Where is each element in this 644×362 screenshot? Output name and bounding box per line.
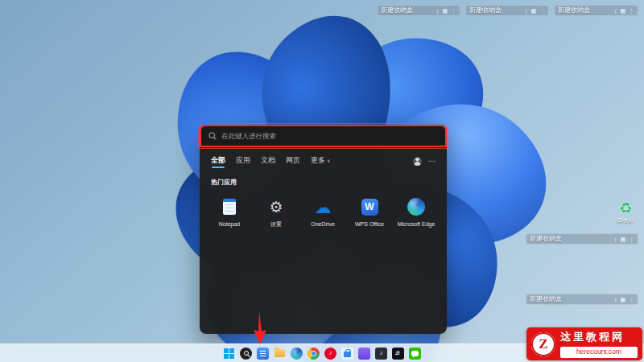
- onedrive-cloud-icon: ☁: [315, 199, 332, 216]
- desktop: 新建收纳盒 ↕ ▦ ⋮ 新建收纳盒 ↕ ▦ ⋮ 新建收纳盒 ↕ ▦ ⋮ 新建收纳…: [0, 0, 644, 362]
- recycle-bin-label: 回收站: [617, 216, 634, 224]
- document-icon: [260, 351, 266, 356]
- watermark-site-url: herecours.com: [560, 347, 638, 357]
- sort-icon[interactable]: ↕: [614, 237, 617, 242]
- grid-icon[interactable]: ▦: [530, 8, 536, 14]
- app-tile-notepad[interactable]: Notepad: [206, 191, 253, 232]
- wps-office-icon: W: [361, 199, 378, 216]
- sort-icon[interactable]: ↕: [614, 297, 617, 302]
- more-icon[interactable]: ⋮: [451, 8, 456, 14]
- section-title-top-apps: 热门应用: [200, 168, 447, 188]
- taskbar-chrome-button[interactable]: [308, 348, 320, 360]
- storage-box-title: 新建收纳盒: [558, 7, 590, 14]
- search-icon: [244, 351, 249, 356]
- gear-icon: ⚙: [269, 200, 283, 215]
- tab-web[interactable]: 网页: [286, 157, 300, 168]
- storage-box-title: 新建收纳盒: [381, 7, 413, 14]
- more-icon[interactable]: ⋮: [539, 8, 545, 14]
- app-tile-settings[interactable]: ⚙ 设置: [253, 191, 299, 232]
- tab-documents[interactable]: 文档: [261, 157, 275, 168]
- watermark-badge: Z 这里教程网 herecours.com: [526, 327, 642, 360]
- grid-icon[interactable]: ▦: [620, 237, 625, 242]
- taskbar-file-explorer-button[interactable]: [274, 348, 286, 360]
- top-apps-row: Notepad ⚙ 设置 ☁ OneDrive W WPS Office Mic…: [200, 188, 447, 232]
- taskbar-purple-app-button[interactable]: [358, 348, 370, 360]
- app-label: Notepad: [219, 221, 240, 228]
- notepad-icon: [223, 199, 236, 215]
- edge-icon: [407, 198, 425, 216]
- taskbar-tiktok-button[interactable]: ♬: [392, 348, 404, 360]
- more-icon[interactable]: ⋮: [629, 8, 634, 14]
- watermark-site-name: 这里教程网: [560, 330, 638, 344]
- storage-box-title: 新建收纳盒: [530, 236, 562, 242]
- storage-box-top-3[interactable]: 新建收纳盒 ↕ ▦ ⋮: [554, 5, 638, 16]
- storage-box-top-2[interactable]: 新建收纳盒 ↕ ▦ ⋮: [465, 5, 549, 16]
- music-note-icon: ♪: [380, 350, 383, 356]
- watermark-logo: Z: [531, 332, 555, 356]
- more-icon[interactable]: ⋮: [629, 297, 634, 302]
- more-icon[interactable]: ⋮: [629, 237, 634, 242]
- app-tile-microsoft-edge[interactable]: Microsoft Edge: [393, 191, 440, 232]
- taskbar-docs-app-button[interactable]: [257, 348, 269, 360]
- tab-all[interactable]: 全部: [211, 157, 225, 168]
- taskbar-netease-music-button[interactable]: ♪: [324, 348, 336, 360]
- grid-icon[interactable]: ▦: [620, 8, 625, 14]
- shopping-bag-icon: [344, 352, 351, 357]
- app-label: WPS Office: [355, 221, 384, 228]
- search-icon: [208, 132, 217, 140]
- ellipsis-icon[interactable]: ⋯: [428, 158, 436, 165]
- grid-icon[interactable]: ▦: [442, 8, 448, 14]
- storage-box-right-2[interactable]: 新建收纳盒 ↕ ▦ ⋮: [526, 294, 638, 305]
- search-tabs: 全部 应用 文档 网页 更多∨ ⋯: [200, 156, 447, 168]
- start-button[interactable]: [223, 348, 235, 360]
- sort-icon[interactable]: ↕: [436, 8, 440, 14]
- grid-icon[interactable]: ▦: [620, 297, 625, 302]
- tab-apps[interactable]: 应用: [236, 157, 250, 168]
- storage-box-top-1[interactable]: 新建收纳盒 ↕ ▦ ⋮: [377, 5, 460, 16]
- recycle-bin[interactable]: ♻ 回收站: [608, 201, 643, 224]
- user-avatar[interactable]: [413, 157, 422, 166]
- folder-icon: [275, 349, 285, 357]
- windows-logo-icon: [224, 348, 234, 359]
- storage-box-title: 新建收纳盒: [469, 7, 502, 14]
- app-label: Microsoft Edge: [398, 221, 436, 228]
- chevron-down-icon: ∨: [327, 158, 330, 163]
- sort-icon[interactable]: ↕: [614, 8, 617, 14]
- chat-bubble-icon: [411, 351, 419, 356]
- storage-box-right-1[interactable]: 新建收纳盒 ↕ ▦ ⋮: [526, 233, 638, 245]
- taskbar-music-player-button[interactable]: ♪: [375, 348, 387, 360]
- taskbar-search-button[interactable]: [240, 348, 252, 360]
- taskbar-microsoft-store-button[interactable]: [341, 348, 353, 360]
- app-label: 设置: [270, 221, 282, 228]
- search-input[interactable]: [221, 132, 438, 140]
- tab-more-label: 更多: [311, 156, 325, 164]
- app-tile-wps-office[interactable]: W WPS Office: [346, 191, 393, 232]
- app-label: OneDrive: [311, 221, 335, 228]
- taskbar-edge-button[interactable]: [291, 348, 303, 360]
- annotation-arrow-icon: [253, 311, 267, 344]
- recycle-bin-icon: ♻: [619, 201, 632, 216]
- app-tile-onedrive[interactable]: ☁ OneDrive: [299, 191, 346, 232]
- music-note-icon: ♪: [329, 350, 332, 356]
- sort-icon[interactable]: ↕: [525, 8, 528, 14]
- storage-box-title: 新建收纳盒: [530, 296, 562, 302]
- tiktok-note-icon: ♬: [395, 350, 402, 356]
- search-bar[interactable]: [200, 125, 447, 147]
- taskbar-wechat-button[interactable]: [409, 348, 421, 360]
- search-panel: 全部 应用 文档 网页 更多∨ ⋯ 热门应用 Notepad ⚙ 设置 ☁: [200, 125, 447, 334]
- tab-more[interactable]: 更多∨: [311, 157, 330, 168]
